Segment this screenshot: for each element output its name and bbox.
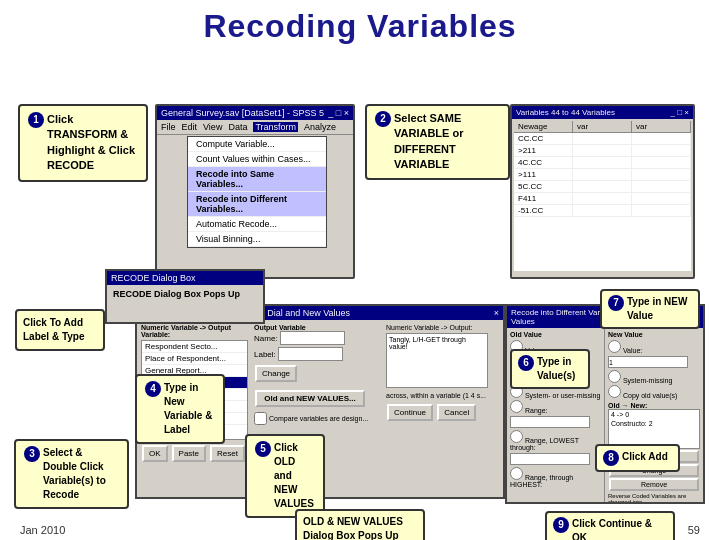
var-row-6: F411 — [514, 193, 691, 205]
step5-box: 5 Click OLD and NEW VALUES — [245, 434, 325, 518]
step1-number: 1 — [28, 112, 44, 128]
recode-main-controls: × — [494, 308, 499, 318]
recode-output-label: Output Variable — [254, 324, 380, 331]
oldnew-oldnew-label: Old → New: — [608, 402, 700, 409]
var-cell-6-3 — [632, 193, 691, 204]
step5-number: 5 — [255, 441, 271, 457]
step1-box: 1 Click TRANSFORM & Highlight & Click RE… — [18, 104, 148, 182]
recode-list-respondent[interactable]: Respondent Secto... — [142, 341, 247, 353]
recode-label-row: Label: — [254, 347, 380, 361]
oldnew-radio-lowest-input[interactable] — [510, 430, 523, 443]
oldnew-right: New Value Value: System-missing Copy old… — [605, 328, 703, 504]
step8-box: 8 Click Add — [595, 444, 680, 472]
recode-output-ok[interactable]: Continue — [387, 404, 433, 421]
recode-oldnew-btn-area: Old and NEW VALUES... — [254, 389, 380, 408]
oldnew-old-title: Old Value — [510, 331, 601, 338]
recode-list-place[interactable]: Place of Respondent... — [142, 353, 247, 365]
recode-check[interactable] — [254, 412, 267, 425]
step3-number: 3 — [24, 446, 40, 462]
recode-output-box: Tangly, L/H-GET through value! — [386, 333, 488, 388]
step3-text: Select & Double Click Variable(s) to Rec… — [43, 446, 119, 502]
oldnew-new-radio-copy: Copy old value(s) — [608, 385, 700, 399]
step6-number: 6 — [518, 355, 534, 371]
var-cell-1-3 — [632, 133, 691, 144]
spss-title: General Survey.sav [DataSet1] - SPSS 5 — [161, 108, 324, 118]
oldnew-remove-btn[interactable]: Remove — [609, 478, 699, 491]
oldnew-new-value-input[interactable] — [608, 356, 688, 368]
oldnew-radio-highest: Range, through HIGHEST: — [510, 467, 601, 488]
oldnew-new-radio-sysmiss-input[interactable] — [608, 370, 621, 383]
recode-label-label: Label: — [254, 350, 276, 359]
step7-box: 7 Type in NEW Value — [600, 289, 700, 329]
dropdown-recode-diff[interactable]: Recode into Different Variables... — [188, 192, 326, 217]
menu-transform[interactable]: Transform — [253, 122, 298, 132]
step8-number: 8 — [603, 450, 619, 466]
var-cell-5-1: 5C.CC — [514, 181, 573, 192]
recode-var-label: Numeric Variable -> Output Variable: — [141, 324, 248, 338]
var-header-row: Newage var var — [514, 121, 691, 133]
var-row-2: >211 — [514, 145, 691, 157]
var-cell-6-2 — [573, 193, 632, 204]
recode-main-btns: OK Paste Reset Cancel — [141, 444, 248, 463]
menu-view[interactable]: View — [203, 122, 222, 132]
recode-name-input[interactable] — [280, 331, 345, 345]
var-title: Variables 44 to 44 Variables — [516, 108, 615, 117]
step1-text: Click TRANSFORM & Highlight & Click RECO… — [47, 112, 138, 174]
var-cell-7-1: -51.CC — [514, 205, 573, 216]
recode-paste-btn[interactable]: Paste — [172, 445, 206, 462]
oldnew-radio-range: Range: — [510, 400, 601, 414]
menu-data[interactable]: Data — [228, 122, 247, 132]
add-label-text: Click To Add Label & Type — [23, 317, 85, 342]
var-cell-7-2 — [573, 205, 632, 216]
page-title: Recoding Variables — [0, 0, 720, 49]
spss-window: General Survey.sav [DataSet1] - SPSS 5 _… — [155, 104, 355, 279]
step3-box: 3 Select & Double Click Variable(s) to R… — [14, 439, 129, 509]
recode-check-text: Compare variables are design... — [269, 415, 368, 422]
var-content: Newage var var CC.CC >211 4C.CC >111 — [514, 121, 691, 271]
var-cell-2-3 — [632, 145, 691, 156]
step6-box: 6 Type in Value(s) — [510, 349, 590, 389]
spss-titlebar: General Survey.sav [DataSet1] - SPSS 5 _… — [157, 106, 353, 120]
menu-edit[interactable]: Edit — [182, 122, 198, 132]
oldnew-range-input1[interactable] — [510, 416, 590, 428]
spss-menu: File Edit View Data Transform Analyze — [157, 120, 353, 135]
oldnew-new-radio-value-input[interactable] — [608, 340, 621, 353]
oldnew-new-radio-copy-input[interactable] — [608, 385, 621, 398]
step5-text: Click OLD and NEW VALUES — [274, 441, 315, 511]
recode-output-cancel[interactable]: Cancel — [437, 404, 476, 421]
dropdown-autorecode[interactable]: Automatic Recode... — [188, 217, 326, 232]
dropdown-visual[interactable]: Visual Binning... — [188, 232, 326, 247]
recode-dialog-text: RECODE Dialog Box Pops Up — [107, 285, 263, 303]
recode-label-input[interactable] — [278, 347, 343, 361]
recode-oldnew-btn[interactable]: Old and NEW VALUES... — [255, 390, 365, 407]
dropdown-count[interactable]: Count Values within Cases... — [188, 152, 326, 167]
oldnew-range-input2[interactable] — [510, 453, 590, 465]
main-content: 1 Click TRANSFORM & Highlight & Click RE… — [0, 49, 720, 539]
var-cell-7-3 — [632, 205, 691, 216]
dropdown-compute[interactable]: Compute Variable... — [188, 137, 326, 152]
recode-ok-btn[interactable]: OK — [142, 445, 168, 462]
oldnew-radio-highest-input[interactable] — [510, 467, 523, 480]
oldnew-popup-text: OLD & NEW VALUES Dialog Box Pops Up — [303, 516, 403, 540]
step2-number: 2 — [375, 111, 391, 127]
var-row-7: -51.CC — [514, 205, 691, 217]
oldnew-radio-lowest: Range, LOWEST through: — [510, 430, 601, 451]
recode-output-row2: across, within a variable (1 4 s... — [386, 392, 488, 399]
oldnew-radio-range-input[interactable] — [510, 400, 523, 413]
var-cell-4-3 — [632, 169, 691, 180]
recode-reset-btn[interactable]: Reset — [210, 445, 245, 462]
spss-dropdown: Compute Variable... Count Values within … — [187, 136, 327, 248]
menu-file[interactable]: File — [161, 122, 176, 132]
recode-change-btn[interactable]: Change — [255, 365, 297, 382]
menu-analyze[interactable]: Analyze — [304, 122, 336, 132]
step8-text: Click Add — [622, 450, 668, 464]
var-cell-3-2 — [573, 157, 632, 168]
step2-text: Select SAME VARIABLE or DIFFERENT VARIAB… — [394, 111, 500, 173]
step7-number: 7 — [608, 295, 624, 311]
dropdown-recode-same[interactable]: Recode into Same Variables... — [188, 167, 326, 192]
var-cell-2-1: >211 — [514, 145, 573, 156]
var-row-5: 5C.CC — [514, 181, 691, 193]
var-titlebar: Variables 44 to 44 Variables _ □ × — [512, 106, 693, 119]
step4-number: 4 — [145, 381, 161, 397]
recode-output: Numeric Variable -> Output: Tangly, L/H-… — [382, 320, 492, 499]
